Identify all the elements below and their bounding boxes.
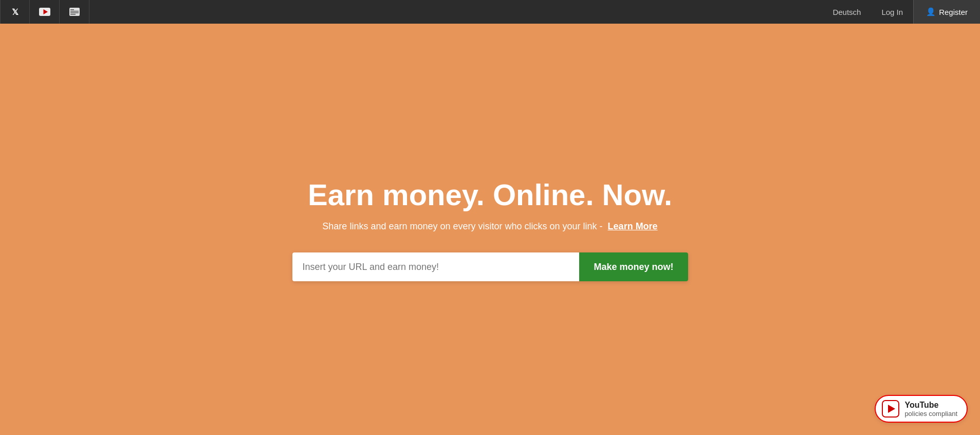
news-icon bbox=[69, 8, 80, 16]
youtube-badge-subtitle: policies compliant bbox=[904, 410, 957, 418]
hero-title: Earn money. Online. Now. bbox=[308, 177, 672, 212]
url-input[interactable] bbox=[292, 252, 580, 281]
svg-rect-3 bbox=[70, 9, 74, 10]
youtube-badge-icon bbox=[882, 400, 899, 418]
url-form: Make money now! bbox=[292, 252, 688, 281]
hero-subtitle-text: Share links and earn money on every visi… bbox=[322, 221, 602, 231]
svg-rect-4 bbox=[70, 11, 79, 12]
nav-links-group: Deutsch Log In 👤 Register bbox=[822, 0, 980, 24]
register-button[interactable]: 👤 Register bbox=[913, 0, 980, 24]
hero-subtitle: Share links and earn money on every visi… bbox=[322, 221, 657, 232]
hero-section: Earn money. Online. Now. Share links and… bbox=[0, 24, 980, 435]
login-link[interactable]: Log In bbox=[871, 0, 913, 24]
deutsch-link[interactable]: Deutsch bbox=[822, 0, 871, 24]
navbar: 𝕏 Deutsch Log In 👤 Register bbox=[0, 0, 980, 24]
svg-rect-2 bbox=[69, 8, 80, 16]
youtube-icon bbox=[39, 8, 50, 16]
twitter-icon: 𝕏 bbox=[12, 7, 19, 17]
youtube-nav-button[interactable] bbox=[30, 0, 60, 24]
svg-rect-5 bbox=[70, 12, 79, 13]
learn-more-link[interactable]: Learn More bbox=[608, 221, 658, 231]
youtube-badge: YouTube policies compliant bbox=[875, 395, 968, 423]
svg-rect-6 bbox=[70, 14, 76, 15]
register-label: Register bbox=[939, 8, 968, 16]
rss-nav-button[interactable] bbox=[60, 0, 89, 24]
social-icons-group: 𝕏 bbox=[0, 0, 89, 24]
twitter-nav-button[interactable]: 𝕏 bbox=[0, 0, 30, 24]
user-icon: 👤 bbox=[926, 7, 936, 16]
youtube-badge-title: YouTube bbox=[904, 401, 957, 410]
youtube-badge-text: YouTube policies compliant bbox=[904, 401, 957, 418]
make-money-button[interactable]: Make money now! bbox=[579, 252, 688, 281]
